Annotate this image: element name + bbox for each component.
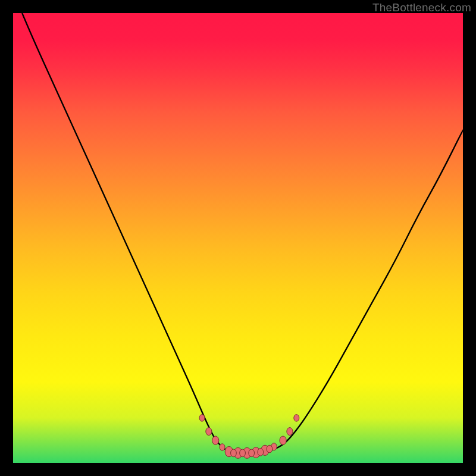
bead (280, 436, 286, 444)
bead (249, 449, 255, 457)
bead-cluster (199, 415, 299, 459)
bead (206, 428, 212, 436)
bead (240, 449, 246, 457)
watermark-text: TheBottleneck.com (372, 1, 471, 14)
bead (267, 445, 273, 453)
bead (294, 415, 299, 422)
bead (231, 449, 237, 457)
bead (287, 428, 293, 436)
bottleneck-curve (22, 13, 463, 454)
bead (199, 415, 205, 422)
bead (258, 449, 264, 456)
outer-frame: TheBottleneck.com (0, 0, 476, 476)
bead (212, 436, 219, 444)
bead (220, 444, 225, 451)
curve-svg (13, 13, 463, 463)
plot-area (13, 13, 463, 463)
